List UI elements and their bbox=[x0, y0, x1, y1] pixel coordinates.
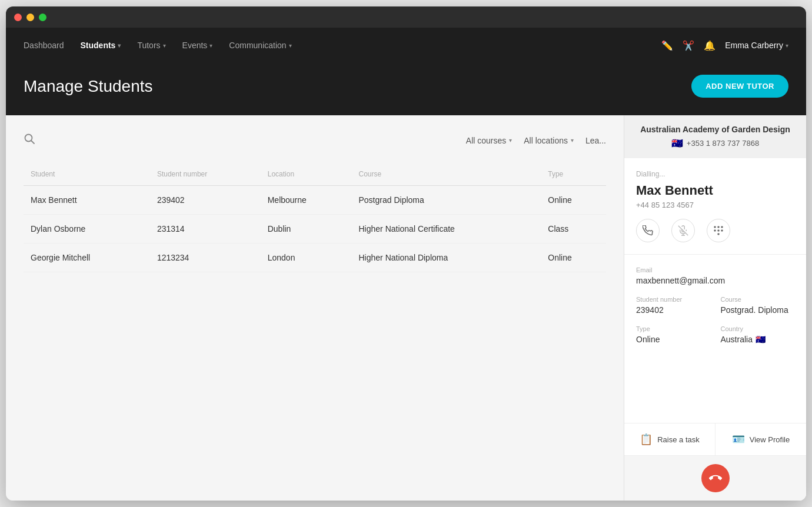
all-locations-filter[interactable]: All locations ▾ bbox=[524, 136, 574, 145]
svg-line-1 bbox=[32, 141, 35, 144]
nav-left: Dashboard Students ▾ Tutors ▾ Events ▾ C… bbox=[24, 41, 661, 50]
cell-number: 231314 bbox=[150, 215, 261, 244]
cell-type: Online bbox=[541, 186, 606, 215]
student-number-detail: Student number 239402 bbox=[636, 296, 710, 315]
svg-rect-8 bbox=[714, 230, 716, 232]
page-header: Manage Students ADD NEW TUTOR bbox=[6, 63, 806, 115]
nav-students[interactable]: Students ▾ bbox=[81, 41, 121, 50]
panel-actions: 📋 Raise a task 🪪 View Profile bbox=[624, 423, 806, 455]
panel-org: Australian Academy of Garden Design bbox=[636, 125, 794, 134]
bell-icon[interactable]: 🔔 bbox=[704, 40, 716, 51]
user-chevron: ▾ bbox=[786, 42, 788, 49]
edit-icon[interactable]: ✏️ bbox=[661, 40, 673, 51]
raise-task-button[interactable]: 📋 Raise a task bbox=[624, 423, 716, 455]
type-label: Type bbox=[636, 325, 710, 332]
titlebar bbox=[6, 6, 806, 28]
svg-point-0 bbox=[25, 135, 32, 142]
type-value: Online bbox=[636, 335, 710, 344]
call-button[interactable] bbox=[636, 219, 660, 242]
keypad-button[interactable] bbox=[707, 219, 730, 242]
courses-chevron: ▾ bbox=[509, 137, 512, 144]
email-detail: Email maxbennett@gmail.com bbox=[636, 266, 794, 285]
svg-rect-10 bbox=[721, 230, 723, 232]
close-button[interactable] bbox=[14, 14, 22, 21]
navbar: Dashboard Students ▾ Tutors ▾ Events ▾ C… bbox=[6, 28, 806, 63]
cell-course: Higher National Diploma bbox=[352, 244, 541, 272]
course-detail: Course Postgrad. Diploma bbox=[721, 296, 795, 315]
detail-grid: Student number 239402 Course Postgrad. D… bbox=[636, 296, 794, 344]
user-menu[interactable]: Emma Carberry ▾ bbox=[725, 41, 788, 50]
call-controls bbox=[636, 219, 794, 242]
panel-header: Australian Academy of Garden Design 🇦🇺 +… bbox=[624, 115, 806, 158]
cell-number: 1213234 bbox=[150, 244, 261, 272]
panel-phone: 🇦🇺 +353 1 873 737 7868 bbox=[636, 138, 794, 149]
col-location: Location bbox=[261, 165, 352, 186]
svg-rect-7 bbox=[721, 226, 723, 228]
page-title: Manage Students bbox=[24, 77, 153, 96]
course-value: Postgrad. Diploma bbox=[721, 305, 795, 315]
svg-rect-11 bbox=[718, 234, 720, 235]
events-chevron: ▾ bbox=[209, 42, 212, 49]
table-row[interactable]: Georgie Mitchell1213234LondonHigher Nati… bbox=[24, 244, 606, 272]
fullscreen-button[interactable] bbox=[39, 14, 46, 21]
panel-details: Email maxbennett@gmail.com Student numbe… bbox=[624, 255, 806, 423]
caller-name: Max Bennett bbox=[636, 183, 794, 198]
student-number-label: Student number bbox=[636, 296, 710, 303]
hangup-button[interactable] bbox=[701, 464, 730, 492]
panel-flag: 🇦🇺 bbox=[671, 138, 683, 149]
view-profile-button[interactable]: 🪪 View Profile bbox=[716, 423, 806, 455]
students-chevron: ▾ bbox=[118, 42, 121, 49]
col-course: Course bbox=[352, 165, 541, 186]
all-courses-filter[interactable]: All courses ▾ bbox=[466, 136, 512, 145]
add-new-tutor-button[interactable]: ADD NEW TUTOR bbox=[691, 75, 788, 98]
panel-calling: Dialling... Max Bennett +44 85 123 4567 bbox=[624, 158, 806, 255]
cell-location: London bbox=[261, 244, 352, 272]
svg-rect-9 bbox=[718, 230, 720, 232]
cell-type: Online bbox=[541, 244, 606, 272]
minimize-button[interactable] bbox=[26, 14, 34, 21]
traffic-lights bbox=[14, 14, 46, 21]
email-value: maxbennett@gmail.com bbox=[636, 276, 794, 285]
col-student: Student bbox=[24, 165, 150, 186]
cell-location: Dublin bbox=[261, 215, 352, 244]
table-header-row: Student Student number Location Course T… bbox=[24, 165, 606, 186]
search-icon[interactable] bbox=[24, 133, 454, 148]
nav-events[interactable]: Events ▾ bbox=[182, 41, 213, 50]
raise-task-icon: 📋 bbox=[640, 433, 653, 446]
email-label: Email bbox=[636, 266, 794, 273]
svg-rect-5 bbox=[714, 226, 716, 228]
mute-button[interactable] bbox=[671, 219, 695, 242]
col-student-number: Student number bbox=[150, 165, 261, 186]
student-table: Student Student number Location Course T… bbox=[24, 165, 606, 272]
student-number-value: 239402 bbox=[636, 305, 710, 315]
nav-tutors[interactable]: Tutors ▾ bbox=[137, 41, 165, 50]
cell-course: Postgrad Diploma bbox=[352, 186, 541, 215]
cell-course: Higher National Certificate bbox=[352, 215, 541, 244]
filters: All courses ▾ All locations ▾ Lea... bbox=[24, 133, 606, 148]
cell-number: 239402 bbox=[150, 186, 261, 215]
view-profile-icon: 🪪 bbox=[732, 433, 745, 446]
learn-filter[interactable]: Lea... bbox=[585, 136, 606, 145]
main-content: All courses ▾ All locations ▾ Lea... Stu… bbox=[6, 115, 806, 501]
svg-rect-6 bbox=[718, 226, 720, 228]
nav-right: ✏️ ✂️ 🔔 Emma Carberry ▾ bbox=[661, 40, 788, 51]
table-area: All courses ▾ All locations ▾ Lea... Stu… bbox=[6, 115, 624, 501]
caller-phone: +44 85 123 4567 bbox=[636, 201, 794, 209]
table-row[interactable]: Max Bennett239402MelbournePostgrad Diplo… bbox=[24, 186, 606, 215]
locations-chevron: ▾ bbox=[571, 137, 574, 144]
nav-communication[interactable]: Communication ▾ bbox=[229, 41, 291, 50]
table-row[interactable]: Dylan Osborne231314DublinHigher National… bbox=[24, 215, 606, 244]
dialling-status: Dialling... bbox=[636, 170, 794, 178]
communication-chevron: ▾ bbox=[289, 42, 292, 49]
country-label: Country bbox=[721, 325, 795, 332]
cell-location: Melbourne bbox=[261, 186, 352, 215]
col-type: Type bbox=[541, 165, 606, 186]
country-value: Australia 🇦🇺 bbox=[721, 335, 795, 344]
tag-icon[interactable]: ✂️ bbox=[683, 40, 694, 51]
side-panel: Australian Academy of Garden Design 🇦🇺 +… bbox=[624, 115, 806, 501]
nav-dashboard[interactable]: Dashboard bbox=[24, 41, 64, 50]
cell-type: Class bbox=[541, 215, 606, 244]
cell-student: Dylan Osborne bbox=[24, 215, 150, 244]
cell-student: Max Bennett bbox=[24, 186, 150, 215]
tutors-chevron: ▾ bbox=[163, 42, 166, 49]
